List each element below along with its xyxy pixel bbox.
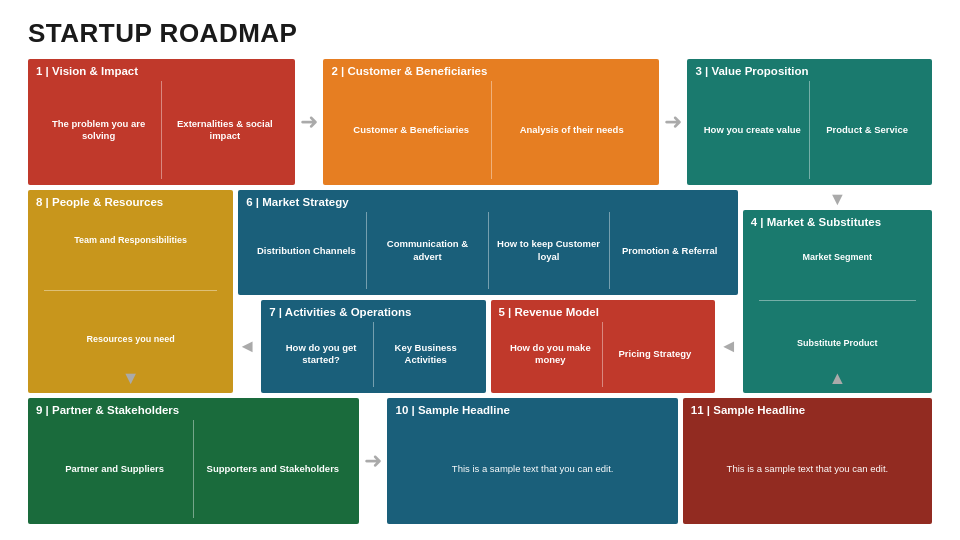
cell-sample10-body: This is a sample text that you can edit.: [395, 420, 669, 518]
cell-sample11-body: This is a sample text that you can edit.: [691, 420, 924, 518]
middle-col: 6 | Market Strategy Distribution Channel…: [238, 190, 737, 392]
right-section: ▼ 4 | Market & Substitutes Market Segmen…: [743, 190, 932, 392]
divider: [759, 300, 916, 301]
cell-vision-sub2: Externalities & social impact: [162, 81, 287, 179]
cell-customer-title: 2 | Customer & Beneficiaries: [331, 65, 651, 77]
cell-sample10-text: This is a sample text that you can edit.: [452, 462, 614, 475]
cell-partner: 9 | Partner & Stakeholders Partner and S…: [28, 398, 359, 524]
cell-market-sub4: Promotion & Referral: [610, 212, 730, 289]
slide: STARTUP ROADMAP 1 | Vision & Impact The …: [0, 0, 960, 540]
cell-activities-body: How do you get started? Key Business Act…: [269, 322, 477, 387]
arrow-down-people: ▼: [36, 369, 225, 387]
activities-revenue-row: ◄ 7 | Activities & Operations How do you…: [238, 300, 737, 393]
cell-partner-sub1: Partner and Suppliers: [36, 420, 193, 518]
row-2: 8 | People & Resources Team and Responsi…: [28, 190, 932, 392]
cell-customer: 2 | Customer & Beneficiaries Customer & …: [323, 59, 659, 185]
row-3: 9 | Partner & Stakeholders Partner and S…: [28, 398, 932, 524]
cell-partner-sub2: Supporters and Stakeholders: [194, 420, 351, 518]
cell-marketsub-body: Market Segment Substitute Product: [751, 232, 924, 368]
cell-marketsub-sub2: Substitute Product: [751, 338, 924, 350]
cell-value-body: How you create value Product & Service: [695, 81, 924, 179]
cell-revenue-sub1: How do you make money: [499, 322, 603, 387]
arrow-right-3: ➜: [364, 398, 382, 524]
cell-value-title: 3 | Value Proposition: [695, 65, 924, 77]
cell-customer-sub2: Analysis of their needs: [492, 81, 652, 179]
divider: [44, 290, 217, 291]
cell-revenue-title: 5 | Revenue Model: [499, 306, 707, 318]
cell-market-body: Distribution Channels Communication & ad…: [246, 212, 729, 289]
cell-activities-sub2: Key Business Activities: [374, 322, 478, 387]
cell-value-sub2: Product & Service: [810, 81, 924, 179]
cell-marketsub-sub1: Market Segment: [751, 252, 924, 264]
cell-people: 8 | People & Resources Team and Responsi…: [28, 190, 233, 392]
cell-sample11-title: 11 | Sample Headline: [691, 404, 924, 416]
arrow-up-market: ▲: [751, 369, 924, 387]
cell-people-sub2: Resources you need: [36, 334, 225, 346]
cell-revenue-body: How do you make money Pricing Strategy: [499, 322, 707, 387]
cell-market-strategy: 6 | Market Strategy Distribution Channel…: [238, 190, 737, 295]
arrow-down-value: ▼: [743, 190, 932, 210]
cell-customer-body: Customer & Beneficiaries Analysis of the…: [331, 81, 651, 179]
cell-sample11-text: This is a sample text that you can edit.: [727, 462, 889, 475]
cell-sample10-title: 10 | Sample Headline: [395, 404, 669, 416]
slide-title: STARTUP ROADMAP: [28, 18, 932, 49]
cell-people-title: 8 | People & Resources: [36, 196, 225, 208]
cell-sample10: 10 | Sample Headline This is a sample te…: [387, 398, 677, 524]
cell-market-sub: 4 | Market & Substitutes Market Segment …: [743, 210, 932, 392]
cell-market-sub1: Distribution Channels: [246, 212, 366, 289]
cell-activities-title: 7 | Activities & Operations: [269, 306, 477, 318]
grid-container: 1 | Vision & Impact The problem you are …: [28, 59, 932, 524]
cell-value-sub1: How you create value: [695, 81, 809, 179]
arrow-left-revenue: ◄: [720, 300, 738, 393]
cell-sample11: 11 | Sample Headline This is a sample te…: [683, 398, 932, 524]
cell-partner-title: 9 | Partner & Stakeholders: [36, 404, 351, 416]
cell-vision-body: The problem you are solving Externalitie…: [36, 81, 287, 179]
cell-vision-title: 1 | Vision & Impact: [36, 65, 287, 77]
cell-people-sub1: Team and Responsibilities: [36, 235, 225, 247]
cell-marketsub-title: 4 | Market & Substitutes: [751, 216, 924, 228]
arrow-right-2: ➜: [664, 59, 682, 185]
cell-activities: 7 | Activities & Operations How do you g…: [261, 300, 485, 393]
cell-value: 3 | Value Proposition How you create val…: [687, 59, 932, 185]
cell-customer-sub1: Customer & Beneficiaries: [331, 81, 491, 179]
arrow-left-activities: ◄: [238, 300, 256, 393]
row-1: 1 | Vision & Impact The problem you are …: [28, 59, 932, 185]
cell-activities-sub1: How do you get started?: [269, 322, 373, 387]
cell-market-sub2: Communication & advert: [367, 212, 487, 289]
cell-market-title: 6 | Market Strategy: [246, 196, 729, 208]
arrow-right-1: ➜: [300, 59, 318, 185]
cell-partner-body: Partner and Suppliers Supporters and Sta…: [36, 420, 351, 518]
cell-revenue: 5 | Revenue Model How do you make money …: [491, 300, 715, 393]
cell-vision: 1 | Vision & Impact The problem you are …: [28, 59, 295, 185]
cell-market-sub3: How to keep Customer loyal: [489, 212, 609, 289]
cell-vision-sub1: The problem you are solving: [36, 81, 161, 179]
cell-revenue-sub2: Pricing Strategy: [603, 322, 707, 387]
